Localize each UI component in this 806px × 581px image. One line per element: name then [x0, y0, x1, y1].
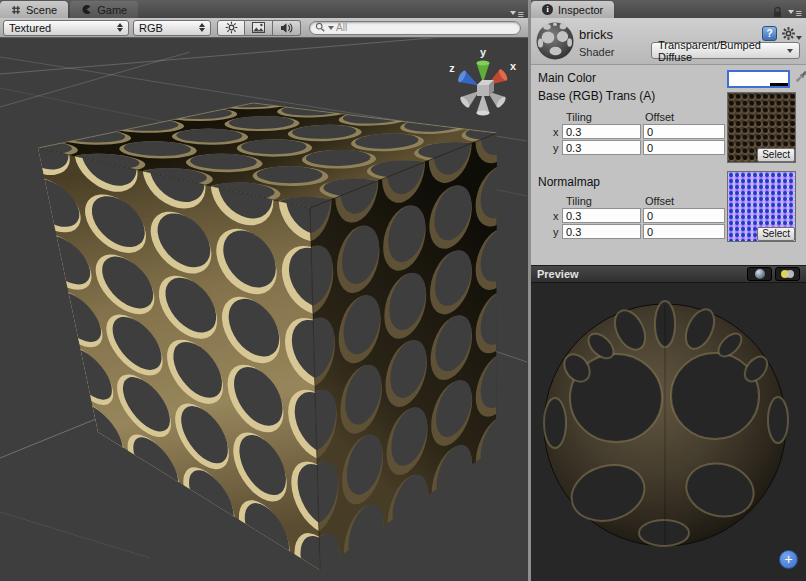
row-x-label: x	[553, 126, 559, 138]
offset-label: Offset	[645, 111, 674, 123]
light-off-icon	[786, 270, 794, 278]
preview-header[interactable]: Preview	[531, 265, 806, 283]
info-icon	[542, 4, 553, 15]
chevron-down-icon	[787, 49, 793, 53]
gear-dropdown-arrow-icon	[796, 36, 802, 40]
normal-select-button[interactable]: Select	[757, 227, 795, 241]
normal-map-label: Normalmap	[538, 175, 600, 189]
gear-glyph-icon	[782, 27, 795, 40]
scene-toolbar: Textured RGB	[0, 18, 528, 38]
eyedropper-icon[interactable]	[794, 69, 806, 86]
material-ball-thumbnail	[535, 21, 575, 61]
color-channels-value: RGB	[139, 22, 163, 34]
render-mode-value: Textured	[9, 22, 51, 34]
image-icon	[252, 22, 265, 33]
inspector-panel: Inspector	[528, 0, 806, 581]
scene-search-field[interactable]	[309, 21, 521, 35]
scene-toggle-group	[217, 20, 301, 36]
dropdown-stepper-icon	[199, 23, 205, 32]
dropdown-stepper-icon	[117, 23, 123, 32]
main-color-swatch[interactable]	[727, 70, 790, 88]
tab-scene[interactable]: Scene	[0, 1, 68, 18]
game-tab-label: Game	[97, 4, 127, 16]
svg-text:y: y	[480, 46, 487, 58]
game-pacman-icon	[81, 4, 92, 15]
inspector-tabbar: Inspector	[531, 0, 806, 18]
base-texture-thumbnail[interactable]: Select	[727, 92, 796, 163]
tab-game[interactable]: Game	[70, 1, 138, 18]
base-offset-y-input[interactable]	[643, 140, 725, 155]
scene-viewport[interactable]: yxz	[0, 38, 528, 581]
normal-tiling-x-input[interactable]	[562, 208, 641, 223]
lock-icon[interactable]	[772, 6, 783, 19]
scene-tab-label: Scene	[26, 4, 57, 16]
search-icon	[315, 22, 326, 33]
skybox-toggle-button[interactable]	[245, 20, 273, 36]
sun-icon	[225, 21, 238, 34]
material-name: bricks	[579, 27, 613, 42]
tab-inspector[interactable]: Inspector	[531, 1, 614, 18]
gear-icon[interactable]	[782, 27, 802, 40]
normal-tiling-y-input[interactable]	[562, 224, 641, 239]
offset-label: Offset	[645, 195, 674, 207]
color-channels-dropdown[interactable]: RGB	[133, 20, 211, 36]
base-tiling-x-input[interactable]	[562, 124, 641, 139]
help-icon[interactable]	[762, 26, 777, 41]
material-header: bricks Shader Transparent/Bumped Diffuse	[531, 18, 806, 65]
preview-body[interactable]	[531, 283, 806, 581]
base-offset-x-input[interactable]	[643, 124, 725, 139]
row-y-label: y	[553, 142, 559, 154]
row-x-label: x	[553, 210, 559, 222]
normal-offset-x-input[interactable]	[643, 208, 725, 223]
main-color-label: Main Color	[538, 71, 596, 85]
audio-toggle-button[interactable]	[273, 20, 301, 36]
shader-dropdown[interactable]: Transparent/Bumped Diffuse	[651, 42, 800, 59]
scene-panel: Scene Game Textured RGB	[0, 0, 528, 581]
scene-tabbar: Scene Game	[0, 0, 528, 18]
preview-add-button[interactable]	[779, 550, 798, 569]
svg-text:x: x	[510, 60, 517, 72]
search-filter-arrow-icon	[328, 26, 334, 30]
tiling-label: Tiling	[566, 195, 592, 207]
preview-lighting-button[interactable]	[775, 267, 800, 281]
shader-value: Transparent/Bumped Diffuse	[658, 39, 787, 63]
base-tiling-y-input[interactable]	[562, 140, 641, 155]
preview-title: Preview	[537, 268, 579, 280]
shader-label: Shader	[579, 46, 614, 58]
row-y-label: y	[553, 226, 559, 238]
base-map-label: Base (RGB) Trans (A)	[538, 89, 655, 103]
normal-texture-thumbnail[interactable]: Select	[727, 171, 796, 242]
sphere-icon	[755, 269, 765, 279]
preview-shape-button[interactable]	[747, 267, 772, 281]
unity-editor-window: Scene Game Textured RGB	[0, 0, 806, 581]
alpha-strip	[729, 83, 788, 86]
svg-text:z: z	[449, 62, 455, 74]
lighting-toggle-button[interactable]	[217, 20, 245, 36]
base-select-button[interactable]: Select	[757, 148, 795, 162]
preview-panel: Preview	[531, 265, 806, 581]
tiling-label: Tiling	[566, 111, 592, 123]
grid-icon	[11, 5, 21, 15]
render-mode-dropdown[interactable]: Textured	[3, 20, 129, 36]
normal-offset-y-input[interactable]	[643, 224, 725, 239]
inspector-tab-label: Inspector	[558, 4, 603, 16]
speaker-icon	[280, 22, 293, 34]
search-input[interactable]	[336, 22, 515, 34]
